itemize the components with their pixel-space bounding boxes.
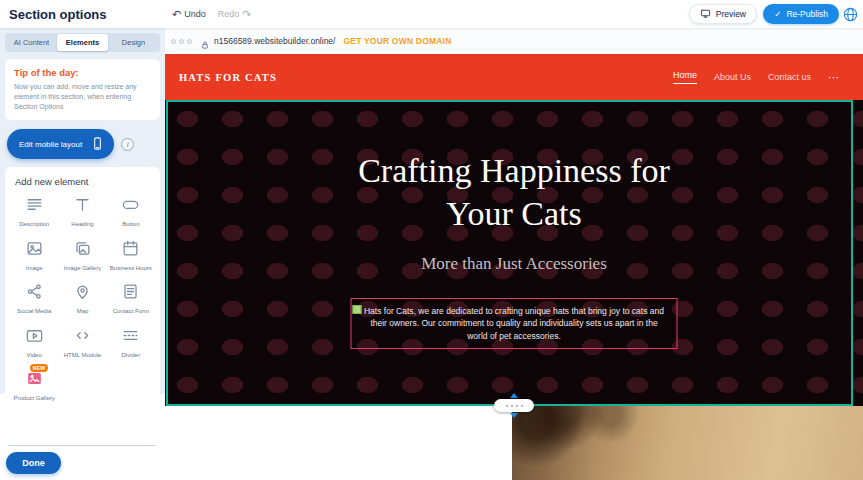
divider-icon xyxy=(121,326,140,349)
undo-label: Undo xyxy=(184,9,206,19)
lock-icon xyxy=(200,36,210,46)
image-icon xyxy=(25,239,44,262)
language-globe-icon[interactable] xyxy=(842,6,859,23)
button-icon xyxy=(121,195,140,218)
app-window: Section options ↶ Undo Redo ↷ Preview ✓ … xyxy=(0,0,863,480)
handle-dot xyxy=(516,405,518,407)
tip-body: Now you can add, move and resize any ele… xyxy=(14,82,151,112)
page-title: Section options xyxy=(9,7,107,22)
preview-label: Preview xyxy=(716,9,746,19)
element-video[interactable]: Video xyxy=(11,326,57,360)
hero-title: Crafting Happiness for Your Cats xyxy=(165,100,863,235)
handle-dot xyxy=(506,405,508,407)
browser-chrome-bar: n1566589.websitebuilder.online/ GET YOUR… xyxy=(165,28,863,54)
handle-dot xyxy=(521,405,523,407)
element-button[interactable]: Button xyxy=(108,195,154,229)
monitor-icon xyxy=(700,8,711,21)
tab-design[interactable]: Design xyxy=(108,34,159,51)
map-pin-icon xyxy=(73,282,92,305)
new-badge: NEW xyxy=(30,364,49,372)
tip-of-the-day-card: Tip of the day: Now you can add, move an… xyxy=(5,59,160,120)
element-product-gallery[interactable]: NEW Product Gallery xyxy=(11,369,57,403)
element-image-gallery[interactable]: Image Gallery xyxy=(59,239,105,273)
sidebar-divider xyxy=(8,445,156,446)
element-heading[interactable]: Heading xyxy=(59,195,105,229)
edit-mobile-label: Edit mobile layout xyxy=(19,140,82,149)
cat-photo-image xyxy=(512,406,863,480)
heading-icon xyxy=(73,195,92,218)
site-header: HATS FOR CATS Home About Us Contact us ⋯ xyxy=(165,54,863,100)
element-contact-form[interactable]: Contact Form xyxy=(108,282,154,316)
nav-contact-us[interactable]: Contact us xyxy=(768,72,811,82)
element-html-module[interactable]: HTML Module xyxy=(59,326,105,360)
top-toolbar: Section options ↶ Undo Redo ↷ Preview ✓ … xyxy=(0,0,863,28)
sidebar: AI Content Elements Design Tip of the da… xyxy=(0,28,165,480)
nav-home[interactable]: Home xyxy=(673,70,697,84)
business-hours-icon xyxy=(121,239,140,262)
browser-dot xyxy=(179,39,184,44)
get-domain-link[interactable]: GET YOUR OWN DOMAIN xyxy=(343,36,451,46)
resize-arrow-up-icon xyxy=(510,393,518,398)
element-description[interactable]: Description xyxy=(11,195,57,229)
hero-paragraph-box[interactable]: Hats for Cats, we are dedicated to craft… xyxy=(351,298,678,349)
site-preview: HATS FOR CATS Home About Us Contact us ⋯… xyxy=(165,54,863,480)
product-gallery-icon xyxy=(25,369,44,392)
republish-button[interactable]: ✓ Re-Publish xyxy=(763,4,839,24)
nav-overflow-icon[interactable]: ⋯ xyxy=(828,71,839,84)
sidebar-tabs: AI Content Elements Design xyxy=(5,33,160,52)
video-icon xyxy=(25,326,44,349)
phone-icon xyxy=(90,136,105,153)
resize-arrow-down-icon xyxy=(510,413,518,418)
hero-title-line1: Crafting Happiness for xyxy=(165,150,863,193)
undo-icon: ↶ xyxy=(172,9,181,20)
hero-title-line2: Your Cats xyxy=(165,193,863,236)
site-nav: Home About Us Contact us ⋯ xyxy=(673,70,839,84)
element-image[interactable]: Image xyxy=(11,239,57,273)
element-business-hours[interactable]: Business Hours xyxy=(108,239,154,273)
site-logo[interactable]: HATS FOR CATS xyxy=(179,72,277,83)
redo-icon: ↷ xyxy=(242,9,251,20)
nav-about-us[interactable]: About Us xyxy=(714,72,751,82)
history-controls: ↶ Undo Redo ↷ xyxy=(172,0,251,28)
element-drag-handle[interactable] xyxy=(353,305,362,314)
edit-mobile-layout-button[interactable]: Edit mobile layout xyxy=(7,129,114,159)
browser-dot xyxy=(187,39,192,44)
redo-label: Redo xyxy=(218,9,240,19)
site-url: n1566589.websitebuilder.online/ xyxy=(214,36,335,46)
tab-ai-content[interactable]: AI Content xyxy=(6,34,57,51)
add-element-panel: Add new element Description Heading Butt… xyxy=(5,167,160,413)
redo-button[interactable]: Redo ↷ xyxy=(218,9,252,20)
preview-button[interactable]: Preview xyxy=(689,4,757,24)
section-resize-handle[interactable] xyxy=(494,399,534,412)
social-media-icon xyxy=(25,282,44,305)
element-divider[interactable]: Divider xyxy=(108,326,154,360)
element-social-media[interactable]: Social Media xyxy=(11,282,57,316)
done-button[interactable]: Done xyxy=(6,452,61,474)
image-gallery-icon xyxy=(73,239,92,262)
html-module-icon xyxy=(73,326,92,349)
preview-canvas: n1566589.websitebuilder.online/ GET YOUR… xyxy=(165,28,863,480)
element-map[interactable]: Map xyxy=(59,282,105,316)
element-grid: Description Heading Button Image xyxy=(11,195,154,403)
contact-form-icon xyxy=(121,282,140,305)
add-element-title: Add new element xyxy=(15,176,154,187)
edit-mobile-row: Edit mobile layout i xyxy=(7,129,160,159)
browser-dot xyxy=(171,39,176,44)
handle-dot xyxy=(511,405,513,407)
info-icon[interactable]: i xyxy=(121,138,134,151)
tab-elements[interactable]: Elements xyxy=(57,34,108,51)
republish-label: Re-Publish xyxy=(786,9,828,19)
description-icon xyxy=(25,195,44,218)
tip-heading: Tip of the day: xyxy=(14,67,151,78)
check-icon: ✓ xyxy=(774,9,781,19)
hero-subtitle: More than Just Accessories xyxy=(165,254,863,274)
browser-dots xyxy=(171,39,192,44)
hero-paragraph-text: Hats for Cats, we are dedicated to craft… xyxy=(364,306,664,341)
hero-section[interactable]: Crafting Happiness for Your Cats More th… xyxy=(165,100,863,406)
undo-button[interactable]: ↶ Undo xyxy=(172,9,206,20)
